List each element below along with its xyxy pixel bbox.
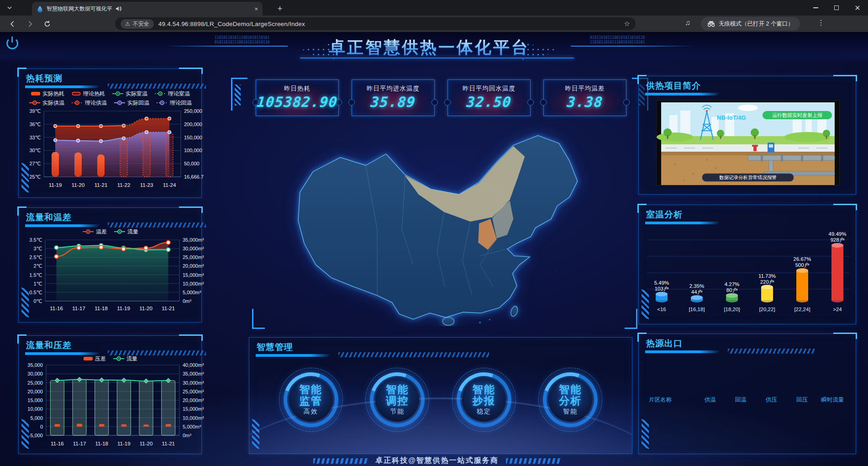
svg-text:15,000m³: 15,000m³: [183, 272, 204, 278]
page-footer: 卓正科技@智慧供热一站式服务商: [254, 456, 620, 466]
panel-title: 热源出口: [646, 338, 683, 350]
svg-text:[18,20]: [18,20]: [724, 307, 740, 312]
svg-text:44户: 44户: [691, 289, 702, 295]
bracket-decoration: [252, 309, 265, 329]
svg-text:5.49%: 5.49%: [654, 280, 669, 286]
panel-smart-mgmt: 智慧管理 智能监管 高效 智能调控 节能 智能抄报 稳定 智能分析 智能: [249, 337, 632, 454]
smart-ring[interactable]: 智能调控 节能: [363, 364, 431, 442]
window-minimize-button[interactable]: [805, 0, 826, 16]
menu-dots-icon[interactable]: ⋮: [817, 18, 825, 27]
stat-box: 昨日平均温差 3.38: [543, 79, 626, 116]
svg-text:33℃: 33℃: [29, 135, 41, 140]
window-maximize-button[interactable]: [826, 0, 847, 16]
panel-title: 室温分析: [646, 209, 683, 221]
legend-item[interactable]: 实际回温: [114, 99, 149, 107]
china-map[interactable]: [240, 120, 632, 326]
forward-button[interactable]: [24, 18, 36, 30]
svg-text:100,000: 100,000: [184, 148, 202, 153]
security-chip[interactable]: ⚠ 不安全: [121, 19, 154, 29]
bookmark-star-icon[interactable]: ☆: [624, 20, 630, 28]
room-temp-bar: 49.49% 928户 >24: [828, 231, 846, 312]
footer-decoration-right: [506, 458, 561, 464]
legend-item[interactable]: 实际供温: [29, 99, 64, 107]
browser-tab[interactable]: 智慧物联网大数据可视化平 ×: [32, 2, 263, 16]
smart-ring[interactable]: 智能监管 高效: [277, 364, 345, 442]
svg-text:0m³: 0m³: [183, 433, 191, 438]
tab-close-icon[interactable]: ×: [254, 5, 258, 12]
media-controls-icon[interactable]: ♫: [685, 19, 690, 27]
room-temp-bar: 26.67% 500户 [22,24]: [793, 256, 811, 312]
legend-item[interactable]: 理论供温: [72, 99, 107, 107]
ring-name: 智能监管: [300, 384, 322, 407]
outlet-column-header: 片区名称: [649, 396, 695, 404]
room-temp-bar: 11.73% 220户 [20,22]: [758, 273, 776, 312]
panel-heat-forecast: 热耗预测 实际热耗理论热耗实际室温理论室温实际供温理论供温实际回温理论回温 39…: [18, 69, 202, 198]
room-temp-bar: 5.49% 103户 <16: [654, 280, 669, 312]
smart-ring[interactable]: 智能分析 智能: [536, 364, 605, 442]
svg-text:49.49%: 49.49%: [828, 231, 846, 237]
legend-item[interactable]: 理论热耗: [72, 90, 105, 98]
svg-text:1℃: 1℃: [34, 281, 42, 286]
ring-tag: 节能: [390, 408, 405, 416]
svg-text:11-16: 11-16: [50, 306, 63, 311]
page-header: 1101011010111001010110101 01011010111001…: [0, 32, 868, 63]
panel-title: 供热项目简介: [646, 80, 701, 92]
legend-item[interactable]: 流量: [113, 355, 137, 363]
svg-text:11-20: 11-20: [140, 441, 153, 446]
address-bar[interactable]: ⚠ 不安全 49.4.54.96:8898/LR_CodeDemo/LargeS…: [115, 17, 636, 30]
svg-text:-5,000: -5,000: [29, 433, 43, 438]
svg-text:[22,24]: [22,24]: [794, 307, 810, 312]
legend-item[interactable]: 理论回温: [157, 99, 192, 107]
svg-text:928户: 928户: [831, 237, 845, 243]
svg-text:25,000m³: 25,000m³: [183, 254, 204, 260]
smart-ring[interactable]: 智能抄报 稳定: [450, 364, 518, 442]
svg-text:50,000: 50,000: [184, 161, 200, 166]
svg-text:27℃: 27℃: [29, 161, 41, 166]
svg-text:11-20: 11-20: [139, 306, 153, 311]
outlet-column-header: 回温: [726, 396, 756, 404]
svg-text:11-21: 11-21: [162, 306, 175, 311]
tab-search-chevron-icon[interactable]: [5, 3, 15, 12]
favicon: [37, 5, 43, 12]
panel-room-temp: 室温分析 5.49% 103户 <16 2.35% 44户 [16,18] 4.…: [638, 205, 856, 324]
heat-forecast-chart: 39℃250,00036℃200,00033℃150,00030℃100,000…: [19, 107, 219, 201]
svg-text:11-17: 11-17: [72, 306, 85, 311]
svg-text:15,000: 15,000: [27, 397, 43, 403]
svg-text:36℃: 36℃: [29, 122, 41, 127]
legend-item[interactable]: 压差: [84, 355, 106, 363]
incognito-badge[interactable]: 无痕模式（已打开 2 个窗口）: [701, 17, 800, 31]
svg-text:11-22: 11-22: [117, 182, 131, 188]
power-icon[interactable]: [5, 37, 19, 50]
svg-text:25,000m³: 25,000m³: [183, 389, 204, 394]
ring-tag: 稳定: [477, 408, 491, 416]
dashboard: 1101011010111001010110101 01011010111001…: [0, 32, 868, 466]
svg-text:103户: 103户: [655, 286, 669, 291]
window-close-button[interactable]: ✕: [847, 0, 868, 16]
new-tab-button[interactable]: +: [274, 3, 286, 15]
room-temp-bar: 4.27% 80户 [18,20]: [724, 281, 740, 312]
svg-text:20,000m³: 20,000m³: [183, 263, 204, 269]
stat-box: 昨日平均进水温度 35.89: [352, 79, 435, 116]
footer-text: 卓正科技@智慧供热一站式服务商: [375, 456, 499, 466]
flow-temp-legend: 温差流量: [19, 227, 202, 236]
svg-text:11-21: 11-21: [95, 182, 108, 188]
tab-audio-icon[interactable]: [116, 6, 121, 11]
back-button[interactable]: [6, 18, 18, 30]
legend-item[interactable]: 温差: [83, 228, 107, 236]
svg-text:11-18: 11-18: [95, 306, 108, 311]
reload-button[interactable]: [41, 18, 53, 30]
svg-text:5,000m³: 5,000m³: [183, 424, 201, 429]
legend-item[interactable]: 实际热耗: [31, 90, 64, 98]
legend-item[interactable]: 流量: [114, 228, 138, 236]
legend-item[interactable]: 实际室温: [112, 90, 147, 98]
svg-text:11.73%: 11.73%: [758, 273, 776, 279]
legend-item[interactable]: 理论室温: [155, 90, 190, 98]
stat-box: 昨日热耗 105382.90: [256, 79, 339, 116]
panel-title: 智慧管理: [257, 341, 293, 353]
svg-text:10,000m³: 10,000m³: [183, 281, 204, 286]
svg-text:0: 0: [40, 424, 43, 429]
browser-toolbar: ⚠ 不安全 49.4.54.96:8898/LR_CodeDemo/LargeS…: [0, 16, 868, 32]
svg-text:11-18: 11-18: [95, 441, 108, 446]
svg-text:11-19: 11-19: [117, 441, 131, 446]
bracket-decoration: [231, 78, 247, 111]
